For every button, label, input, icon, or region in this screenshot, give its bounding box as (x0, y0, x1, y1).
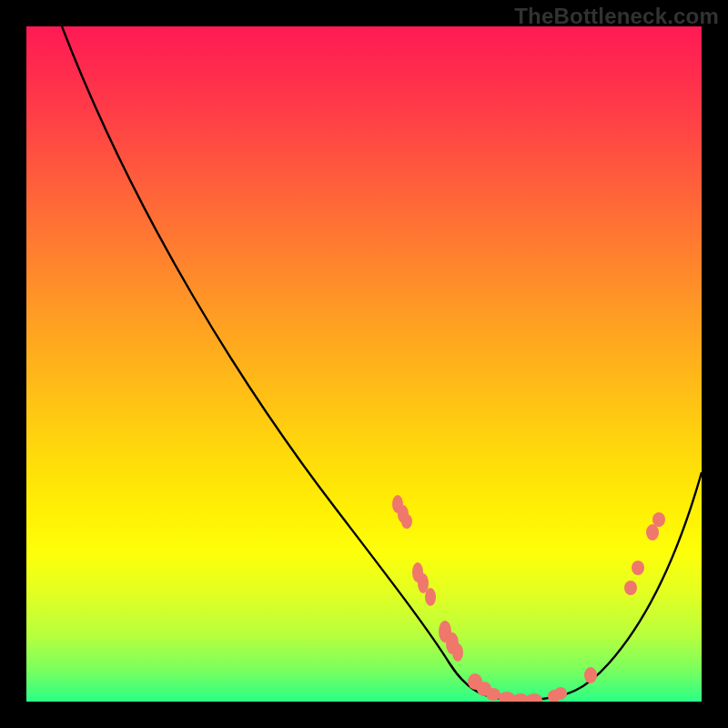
chart-container: TheBottleneck.com (0, 0, 728, 728)
plot-area (26, 26, 702, 702)
watermark-text: TheBottleneck.com (514, 4, 719, 29)
